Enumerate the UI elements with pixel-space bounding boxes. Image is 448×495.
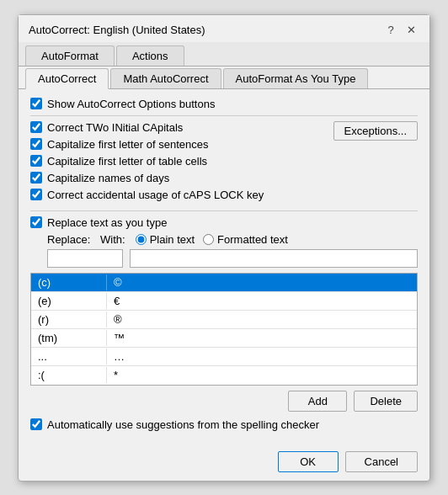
correct-caps-lock-row: Correct accidental usage of cAPS LOCK ke… <box>30 189 325 201</box>
auto-suggest-row: Automatically use suggestions from the s… <box>30 418 418 431</box>
table-row[interactable]: ... … <box>31 348 417 366</box>
table-cell-col2: … <box>107 349 417 365</box>
tab-actions[interactable]: Actions <box>116 45 184 66</box>
capitalize-table-checkbox[interactable] <box>30 155 42 167</box>
correct-caps-lock-checkbox[interactable] <box>30 189 42 200</box>
autocorrect-table: (c) © (e) € (r) ® (tm) ™ ... … <box>30 273 418 386</box>
table-cell-col1: (r) <box>31 311 107 327</box>
table-cell-col1: (tm) <box>31 330 107 346</box>
table-row[interactable]: (e) € <box>31 292 417 311</box>
delete-button[interactable]: Delete <box>354 391 418 412</box>
add-button[interactable]: Add <box>288 391 347 412</box>
title-bar: AutoCorrect: English (United States) ? ✕ <box>19 15 429 42</box>
table-scrollable[interactable]: (c) © (e) € (r) ® (tm) ™ ... … <box>31 274 417 385</box>
cancel-button[interactable]: Cancel <box>345 451 418 472</box>
table-cell-col1: :( <box>31 367 107 383</box>
capitalize-sentences-label: Capitalize first letter of sentences <box>47 138 208 151</box>
tab-autoformat-as-you-type[interactable]: AutoFormat As You Type <box>223 68 369 88</box>
show-autocorrect-row: Show AutoCorrect Options buttons <box>30 98 418 110</box>
capitalize-days-label: Capitalize names of days <box>47 172 169 184</box>
auto-suggest-checkbox[interactable] <box>30 418 42 430</box>
table-cell-col2: * <box>107 367 417 383</box>
replace-inputs <box>47 249 418 268</box>
table-row[interactable]: :( * <box>31 366 417 385</box>
plain-text-radio[interactable] <box>136 234 147 245</box>
correct-two-row: Correct TWo INitial CApitals <box>30 121 325 134</box>
table-cell-col2: ® <box>107 311 417 327</box>
with-input[interactable] <box>130 249 418 268</box>
format-radio-group: Plain text Formatted text <box>136 233 288 246</box>
outer-tabs: AutoFormat Actions <box>19 42 429 67</box>
dialog-title: AutoCorrect: English (United States) <box>29 24 205 36</box>
plain-text-option: Plain text <box>136 233 195 246</box>
title-bar-buttons: ? ✕ <box>382 22 419 39</box>
table-cell-col1: ... <box>31 349 107 365</box>
capitalize-table-row: Capitalize first letter of table cells <box>30 155 325 168</box>
correct-two-checkbox[interactable] <box>30 121 42 133</box>
inner-tabs: AutoCorrect Math AutoCorrect AutoFormat … <box>19 67 429 89</box>
close-button[interactable]: ✕ <box>403 22 419 39</box>
formatted-text-radio[interactable] <box>203 234 214 245</box>
replace-as-you-type-label: Replace text as you type <box>47 216 167 229</box>
exceptions-btn-container: Exceptions... <box>333 121 418 141</box>
tab-autocorrect[interactable]: AutoCorrect <box>25 68 109 89</box>
table-cell-col2: € <box>107 293 417 309</box>
capitalize-table-label: Capitalize first letter of table cells <box>47 155 207 168</box>
table-cell-col1: (c) <box>31 274 107 290</box>
exceptions-button[interactable]: Exceptions... <box>333 121 418 141</box>
capitalize-sentences-row: Capitalize first letter of sentences <box>30 138 325 151</box>
capitalize-days-checkbox[interactable] <box>30 172 42 184</box>
auto-suggest-label: Automatically use suggestions from the s… <box>47 418 319 431</box>
tab-math-autocorrect[interactable]: Math AutoCorrect <box>110 68 221 88</box>
table-row[interactable]: (tm) ™ <box>31 329 417 348</box>
show-autocorrect-label: Show AutoCorrect Options buttons <box>47 98 215 110</box>
show-autocorrect-checkbox[interactable] <box>30 98 42 109</box>
autocorrect-dialog: AutoCorrect: English (United States) ? ✕… <box>18 14 430 482</box>
checkboxes-exceptions-section: Correct TWo INitial CApitals Capitalize … <box>30 121 418 205</box>
table-row[interactable]: (r) ® <box>31 311 417 329</box>
table-cell-col2: © <box>107 274 417 290</box>
capitalize-days-row: Capitalize names of days <box>30 172 325 184</box>
help-button[interactable]: ? <box>382 22 399 39</box>
replace-input[interactable] <box>47 249 123 268</box>
replace-as-you-type-checkbox[interactable] <box>30 216 42 228</box>
formatted-text-label: Formatted text <box>217 233 288 246</box>
correct-caps-lock-label: Correct accidental usage of cAPS LOCK ke… <box>47 189 264 201</box>
correct-two-label: Correct TWo INitial CApitals <box>47 121 183 134</box>
dialog-footer: OK Cancel <box>19 448 429 481</box>
capitalize-sentences-checkbox[interactable] <box>30 138 42 150</box>
checkboxes-left: Correct TWo INitial CApitals Capitalize … <box>30 121 325 205</box>
replace-with-header: Replace: With: Plain text Formatted text <box>47 233 418 246</box>
table-cell-col1: (e) <box>31 293 107 309</box>
formatted-text-option: Formatted text <box>203 233 288 246</box>
dialog-content: Show AutoCorrect Options buttons Correct… <box>19 89 429 448</box>
replace-as-you-type-row: Replace text as you type <box>30 216 418 229</box>
tab-autoformat[interactable]: AutoFormat <box>25 45 115 66</box>
with-label: With: <box>100 233 125 246</box>
table-row[interactable]: (c) © <box>31 274 417 292</box>
replace-label: Replace: <box>47 233 93 246</box>
ok-button[interactable]: OK <box>278 451 339 472</box>
replace-section: Replace text as you type Replace: With: … <box>30 216 418 268</box>
table-cell-col2: ™ <box>107 330 417 346</box>
plain-text-label: Plain text <box>150 233 195 246</box>
add-delete-buttons: Add Delete <box>30 391 418 412</box>
